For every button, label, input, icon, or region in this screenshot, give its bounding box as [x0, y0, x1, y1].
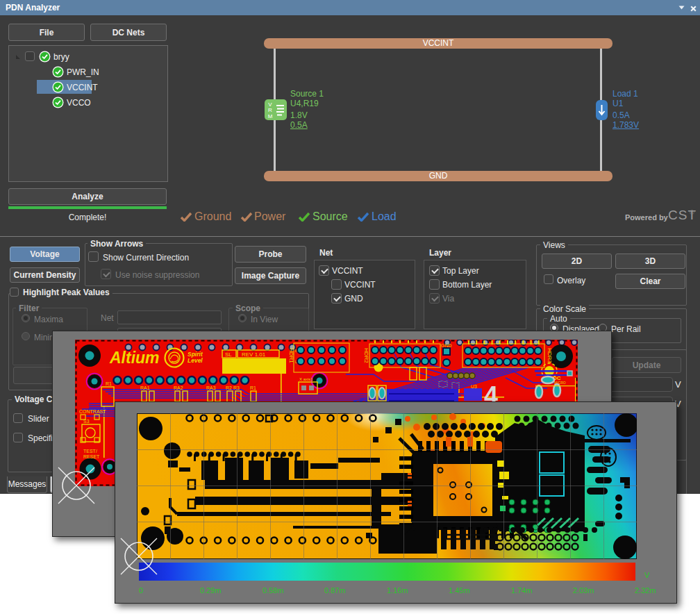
svg-text:HDR3: HDR3: [547, 348, 553, 363]
svg-text:R1: R1: [106, 381, 112, 386]
svg-text:HDR1: HDR1: [288, 348, 294, 363]
svg-text:GND: GND: [441, 343, 452, 348]
svg-text:RA3: RA3: [206, 385, 216, 390]
svg-text:TEST/: TEST/: [83, 449, 97, 454]
svg-text:R2 R3: R2 R3: [226, 385, 240, 390]
svg-text:SL: SL: [225, 351, 232, 358]
svg-text:CONTRAST: CONTRAST: [79, 409, 106, 414]
svg-text:S3: S3: [83, 419, 90, 424]
svg-text:Altium: Altium: [109, 349, 160, 367]
svg-text:RA1: RA1: [140, 385, 150, 390]
svg-text:X axis1: X axis1: [299, 377, 313, 381]
svg-text:M: M: [268, 113, 273, 119]
svg-text:HDR2: HDR2: [363, 348, 369, 363]
svg-text:RESET: RESET: [83, 454, 100, 459]
svg-text:R1: R1: [250, 385, 256, 390]
svg-text:U3: U3: [471, 384, 477, 389]
svg-text:RA2: RA2: [174, 385, 183, 390]
svg-text:REV 1.01: REV 1.01: [242, 351, 266, 358]
svg-text:Level: Level: [188, 357, 203, 364]
